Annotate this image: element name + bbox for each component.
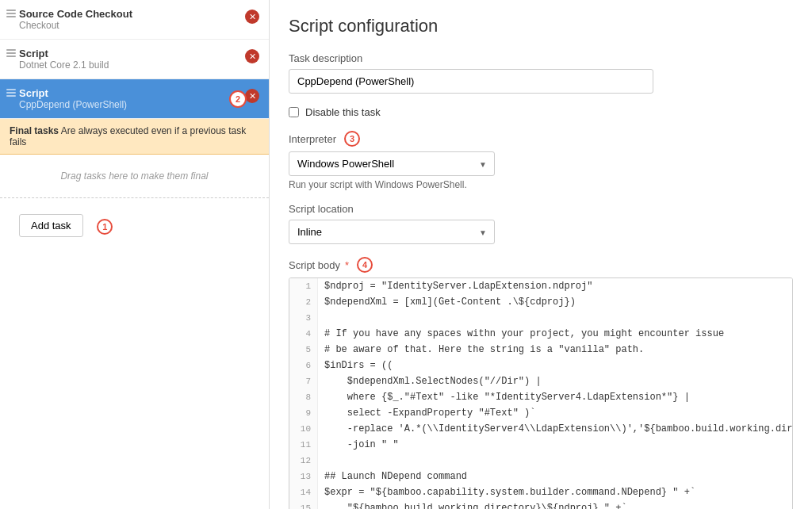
- interpreter-badge: 3: [344, 131, 360, 147]
- line-number: 4: [289, 326, 318, 342]
- line-number: 6: [289, 358, 318, 373]
- task-badge: 2: [229, 90, 247, 108]
- task-info: Script Dotnet Core 2.1 build: [19, 48, 245, 71]
- task-sub: CppDepend (PowerShell): [19, 99, 245, 110]
- line-number: 2: [289, 294, 318, 310]
- task-sub: Checkout: [19, 20, 245, 31]
- line-number: 5: [289, 342, 318, 358]
- final-tasks-title: Final tasks: [10, 125, 59, 136]
- code-line: 9 select -ExpandProperty "#Text" )`: [289, 405, 792, 421]
- task-name: Script: [19, 48, 245, 59]
- line-code: # If you have any spaces withn your proj…: [318, 326, 730, 342]
- script-location-group: Script location Inline File ▼: [289, 203, 793, 244]
- task-name: Script: [19, 87, 245, 99]
- line-code: -join " ": [318, 437, 405, 453]
- interpreter-group: Interpreter 3 Windows PowerShell Bash Py…: [289, 131, 793, 190]
- line-number: 8: [289, 389, 318, 405]
- sidebar: Source Code Checkout Checkout ✕ Script D…: [0, 0, 270, 509]
- drag-handle: [6, 10, 16, 17]
- task-close-button[interactable]: ✕: [245, 49, 259, 63]
- task-name: Source Code Checkout: [19, 8, 245, 20]
- task-info: Source Code Checkout Checkout: [19, 8, 245, 31]
- task-info: Script CppDepend (PowerShell): [19, 87, 245, 110]
- drag-handle: [6, 49, 16, 57]
- line-number: 13: [289, 469, 318, 484]
- main-content: Script configuration Task description Di…: [270, 0, 812, 509]
- line-code: $expr = "${bamboo.capability.system.buil…: [318, 484, 702, 500]
- drag-handle: [6, 89, 16, 97]
- line-code: $inDirs = ((: [318, 358, 399, 373]
- line-code: # be aware of that. Here the string is a…: [318, 342, 650, 358]
- line-code: where {$_."#Text" -like "*IdentityServer…: [318, 389, 696, 405]
- code-line: 6$inDirs = ((: [289, 358, 792, 373]
- line-number: 11: [289, 437, 318, 453]
- add-task-label: Add task: [31, 220, 71, 232]
- code-editor[interactable]: 1$ndproj = "IdentityServer.LdapExtension…: [289, 277, 793, 509]
- drag-hint: Drag tasks here to make them final: [0, 155, 269, 198]
- line-code: ## Launch NDepend command: [318, 469, 473, 484]
- task-item-source-checkout[interactable]: Source Code Checkout Checkout ✕: [0, 0, 269, 40]
- line-number: 12: [289, 453, 318, 469]
- script-location-select-wrapper: Inline File ▼: [289, 220, 495, 244]
- code-line: 2$ndependXml = [xml](Get-Content .\${cdp…: [289, 294, 792, 310]
- script-body-label: Script body: [289, 259, 340, 271]
- script-location-label: Script location: [289, 203, 793, 215]
- code-line: 3: [289, 310, 792, 326]
- disable-checkbox[interactable]: [289, 107, 299, 117]
- code-line: 10 -replace 'A.*(\\IdentityServer4\\Ldap…: [289, 421, 792, 437]
- line-number: 1: [289, 278, 318, 294]
- task-item-script-dotnet[interactable]: Script Dotnet Core 2.1 build ✕: [0, 40, 269, 79]
- add-task-badge: 1: [97, 219, 113, 235]
- line-number: 10: [289, 421, 318, 437]
- code-line: 14$expr = "${bamboo.capability.system.bu…: [289, 484, 792, 500]
- page-title: Script configuration: [289, 16, 793, 36]
- code-line: 7 $ndependXml.SelectNodes("//Dir") |: [289, 373, 792, 389]
- task-close-button[interactable]: ✕: [245, 10, 259, 24]
- line-code: $ndproj = "IdentityServer.LdapExtension.…: [318, 278, 599, 294]
- interpreter-label: Interpreter: [289, 133, 336, 145]
- interpreter-select[interactable]: Windows PowerShell Bash Python: [289, 151, 495, 176]
- code-line: 12: [289, 453, 792, 469]
- task-item-script-cppdepend[interactable]: Script CppDepend (PowerShell) 2 ✕: [0, 79, 269, 119]
- task-description-group: Task description: [289, 52, 793, 94]
- line-code: $ndependXml = [xml](Get-Content .\${cdpr…: [318, 294, 582, 310]
- disable-checkbox-row: Disable this task: [289, 106, 793, 118]
- code-line: 8 where {$_."#Text" -like "*IdentityServ…: [289, 389, 792, 405]
- required-star: *: [345, 259, 349, 271]
- interpreter-hint: Run your script with Windows PowerShell.: [289, 179, 793, 190]
- code-line: 5# be aware of that. Here the string is …: [289, 342, 792, 358]
- line-number: 7: [289, 373, 318, 389]
- code-line: 1$ndproj = "IdentityServer.LdapExtension…: [289, 278, 792, 294]
- disable-label: Disable this task: [305, 106, 381, 118]
- task-sub: Dotnet Core 2.1 build: [19, 59, 245, 71]
- script-location-select[interactable]: Inline File: [289, 220, 495, 244]
- line-code: [318, 310, 331, 326]
- script-body-badge: 4: [357, 257, 373, 273]
- interpreter-label-row: Interpreter 3: [289, 131, 793, 147]
- line-code: select -ExpandProperty "#Text" )`: [318, 405, 542, 421]
- interpreter-select-wrapper: Windows PowerShell Bash Python ▼: [289, 151, 495, 176]
- add-task-button[interactable]: Add task: [19, 214, 83, 237]
- line-number: 9: [289, 405, 318, 421]
- task-description-label: Task description: [289, 52, 793, 64]
- line-number: 14: [289, 484, 318, 500]
- task-close-button[interactable]: ✕: [245, 89, 259, 103]
- code-line: 11 -join " ": [289, 437, 792, 453]
- script-body-label-row: Script body * 4: [289, 257, 793, 273]
- task-description-input[interactable]: [289, 69, 653, 94]
- code-line: 15 "${bamboo.build.working.directory}\${…: [289, 500, 792, 509]
- final-tasks-header: Final tasks Are always executed even if …: [0, 119, 269, 155]
- line-code: $ndependXml.SelectNodes("//Dir") |: [318, 373, 548, 389]
- line-number: 15: [289, 500, 318, 509]
- line-number: 3: [289, 310, 318, 326]
- script-body-group: Script body * 4 1$ndproj = "IdentityServ…: [289, 257, 793, 509]
- line-code: -replace 'A.*(\\IdentityServer4\\LdapExt…: [318, 421, 793, 437]
- code-line: 13## Launch NDepend command: [289, 469, 792, 484]
- line-code: [318, 453, 331, 469]
- line-code: "${bamboo.build.working.directory}\${ndp…: [318, 500, 634, 509]
- code-line: 4# If you have any spaces withn your pro…: [289, 326, 792, 342]
